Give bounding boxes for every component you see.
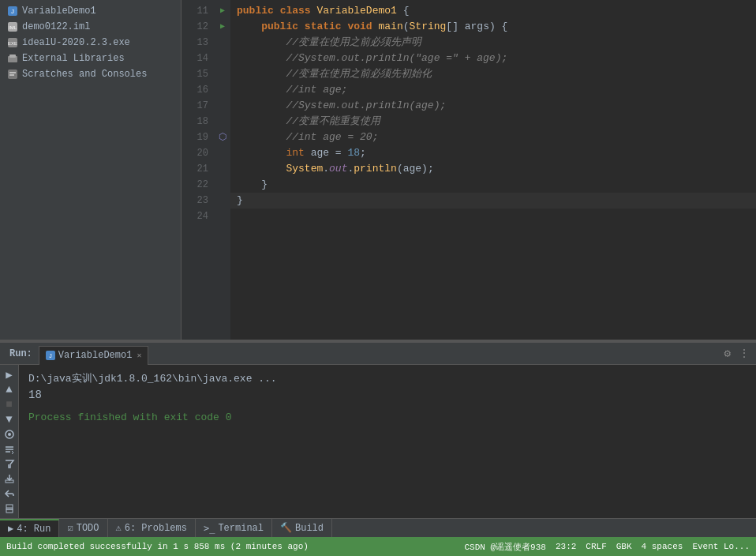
run-tab-name: VariableDemo1 <box>58 350 133 361</box>
line-num-16: 16 <box>182 82 215 98</box>
code-lines[interactable]: public class VariableDemo1 { public stat… <box>230 0 756 340</box>
gutter-22 <box>215 177 230 193</box>
run-stop-button[interactable]: ■ <box>2 398 17 411</box>
svg-rect-21 <box>6 505 13 509</box>
tab-terminal[interactable]: >_ Terminal <box>196 519 272 537</box>
gutter-19: ⬡ <box>215 130 230 145</box>
library-icon <box>6 52 19 65</box>
run-tab-icon: J <box>46 351 55 360</box>
code-line-21: System.out.println(age); <box>230 161 756 177</box>
sidebar-item-label: idealU-2020.2.3.exe <box>22 37 130 48</box>
run-filter-button[interactable] <box>2 457 17 471</box>
gutter-18 <box>215 114 230 130</box>
sidebar-item-label: External Libraries <box>22 53 125 64</box>
tab-run-icon: ▶ <box>8 523 13 535</box>
tab-build[interactable]: 🔨 Build <box>272 519 332 537</box>
svg-text:EXE: EXE <box>8 41 17 46</box>
run-toolbar: ▶ ▲ ■ ▼ <box>0 365 19 518</box>
indent[interactable]: 4 spaces <box>642 542 683 551</box>
tab-problems[interactable]: ⚠ 6: Problems <box>108 519 196 537</box>
line-num-24: 24 <box>182 208 215 224</box>
bottom-tabs-bar: ▶ 4: Run ☑ TODO ⚠ 6: Problems >_ Termina… <box>0 518 756 537</box>
run-play-button[interactable]: ▶ <box>2 368 17 381</box>
sidebar-item-external-libraries[interactable]: External Libraries <box>0 51 181 66</box>
run-back-button[interactable] <box>2 486 17 500</box>
bottom-tabs: ▶ 4: Run ☑ TODO ⚠ 6: Problems >_ Termina… <box>0 519 332 537</box>
run-label: Run: <box>3 348 39 359</box>
editor-area: 11 12 13 14 15 16 17 18 19 20 21 22 23 2… <box>182 0 756 340</box>
java-file-icon: J <box>6 5 19 17</box>
run-content: D:\java实训\jdk1.8.0_162\bin\java.exe ... … <box>19 365 756 518</box>
run-tab-close[interactable]: ✕ <box>137 351 141 360</box>
run-print-button[interactable] <box>2 502 17 515</box>
gear-button[interactable]: ⚙ <box>720 347 735 360</box>
sidebar-item-iml[interactable]: IML demo0122.iml <box>0 19 181 35</box>
code-container: 11 12 13 14 15 16 17 18 19 20 21 22 23 2… <box>182 0 756 340</box>
run-panel: Run: J VariableDemo1 ✕ ⚙ ⋮ ▶ ▲ ■ ▼ <box>0 343 756 518</box>
tab-run-label: 4: Run <box>17 524 51 535</box>
line-numbers: 11 12 13 14 15 16 17 18 19 20 21 22 23 2… <box>182 0 215 340</box>
run-tabs-bar: Run: J VariableDemo1 ✕ ⚙ ⋮ <box>0 343 756 365</box>
line-ending[interactable]: CRLF <box>586 542 606 551</box>
code-line-19: //int age = 20; <box>230 130 756 145</box>
status-right: CSDN @谣遥使者938 23:2 CRLF GBK 4 spaces Eve… <box>465 541 750 553</box>
code-line-14: //System.out.println("age =" + age); <box>230 51 756 66</box>
tab-todo[interactable]: ☑ TODO <box>59 519 107 537</box>
sidebar-item-exe[interactable]: EXE idealU-2020.2.3.exe <box>0 35 181 51</box>
line-num-11: 11 <box>182 3 215 19</box>
svg-rect-8 <box>8 70 17 79</box>
line-num-12: 12 <box>182 19 215 35</box>
code-line-13: //变量在使用之前必须先声明 <box>230 35 756 51</box>
scratches-icon <box>6 68 19 81</box>
tab-terminal-icon: >_ <box>204 523 215 534</box>
line-num-15: 15 <box>182 66 215 82</box>
svg-text:J: J <box>49 353 52 359</box>
sidebar-item-variabledemo1[interactable]: J VariableDemo1 <box>0 3 181 19</box>
gutter-20 <box>215 145 230 161</box>
run-import-button[interactable] <box>2 472 17 486</box>
run-scroll-button[interactable] <box>2 442 17 456</box>
svg-text:J: J <box>11 8 14 15</box>
position[interactable]: 23:2 <box>556 542 576 551</box>
event-log[interactable]: Event Lo... <box>692 542 750 551</box>
gutter-15 <box>215 66 230 82</box>
line-num-23: 23 <box>182 193 215 208</box>
code-line-15: //变量在使用之前必须先初始化 <box>230 66 756 82</box>
exe-file-icon: EXE <box>6 36 19 49</box>
line-num-20: 20 <box>182 145 215 161</box>
encoding[interactable]: GBK <box>616 542 632 551</box>
line-num-18: 18 <box>182 114 215 130</box>
more-button[interactable]: ⋮ <box>735 347 753 360</box>
sidebar-item-scratches[interactable]: Scratches and Consoles <box>0 66 181 82</box>
run-snapshot-button[interactable] <box>2 427 17 441</box>
code-line-24 <box>230 208 756 224</box>
code-line-23: } <box>230 193 756 208</box>
gutter-24 <box>215 208 230 224</box>
code-line-12: public static void main(String[] args) { <box>230 19 756 35</box>
tab-run[interactable]: ▶ 4: Run <box>0 519 59 537</box>
watermark: CSDN @谣遥使者938 <box>465 541 546 553</box>
iml-file-icon: IML <box>6 21 19 33</box>
gutter: ▶ ▶ ⬡ <box>215 0 230 340</box>
code-line-11: public class VariableDemo1 { <box>230 3 756 19</box>
tab-build-icon: 🔨 <box>280 522 292 534</box>
tab-todo-icon: ☑ <box>67 522 73 534</box>
svg-rect-7 <box>9 54 16 58</box>
svg-point-14 <box>8 433 11 436</box>
line-num-13: 13 <box>182 35 215 51</box>
run-up-button[interactable]: ▲ <box>2 383 17 396</box>
gutter-14 <box>215 51 230 66</box>
sidebar-item-label: VariableDemo1 <box>22 6 96 17</box>
run-down-button[interactable]: ▼ <box>2 413 17 426</box>
tab-todo-label: TODO <box>77 523 99 534</box>
code-line-17: //System.out.println(age); <box>230 98 756 114</box>
code-line-20: int age = 18; <box>230 145 756 161</box>
run-output: 18 <box>28 387 747 404</box>
gutter-21 <box>215 161 230 177</box>
run-result: Process finished with exit code 0 <box>28 410 747 426</box>
gutter-13 <box>215 35 230 51</box>
tab-build-label: Build <box>295 523 324 534</box>
code-line-18: //变量不能重复使用 <box>230 114 756 130</box>
code-line-16: //int age; <box>230 82 756 98</box>
run-tab-variabledemo1[interactable]: J VariableDemo1 ✕ <box>39 346 149 365</box>
